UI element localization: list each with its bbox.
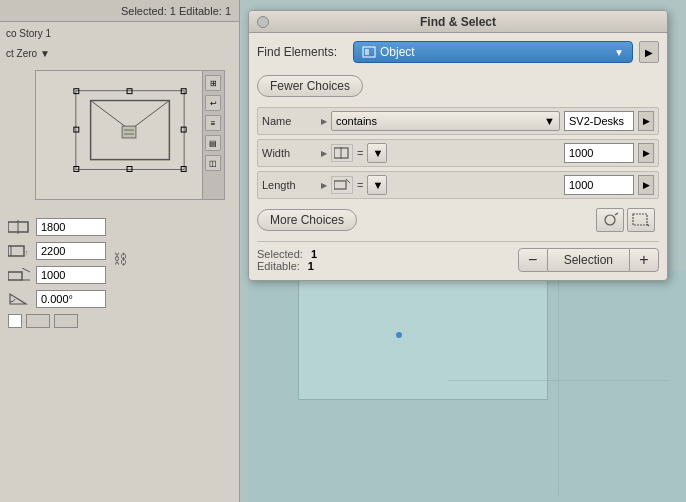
panel-header: Selected: 1 Editable: 1 [0,0,239,22]
canvas-rect [298,280,548,400]
find-next-button[interactable]: ▶ [639,41,659,63]
svg-rect-27 [334,181,346,189]
field-row-width [8,218,231,236]
toolbar-icon-4[interactable]: ▤ [205,135,221,151]
fields-section: ↑ ⛓ [0,210,239,336]
condition-dropdown-name[interactable]: contains ▼ [331,111,560,131]
fewer-choices-container: Fewer Choices [257,71,659,101]
grid-line-v [558,275,559,495]
toolbar-icon-3[interactable]: ≡ [205,115,221,131]
width-icon-btn[interactable] [331,144,353,162]
edit-icon [601,212,619,228]
tool-icon-buttons [596,208,655,232]
length-icon-btn[interactable] [331,176,353,194]
zero-label: ct Zero ▼ [6,48,50,59]
more-choices-button[interactable]: More Choices [257,209,357,231]
selected-label: Selected: [257,248,303,260]
eq-symbol-length: = [355,179,365,191]
criteria-nav-name[interactable]: ▶ [638,111,654,131]
editable-label: Editable: [257,260,300,272]
width-input[interactable] [36,218,106,236]
dialog-close-button[interactable] [257,16,269,28]
criteria-row-width: Width ▶ = ▼ ▶ [257,139,659,167]
angle-input[interactable] [36,290,106,308]
object-label: Object [380,45,415,59]
selection-minus-button[interactable]: − [518,248,548,272]
checkbox-1[interactable] [8,314,22,328]
find-elements-row: Find Elements: Object ▼ ▶ [257,41,659,63]
icon-btn-small-2[interactable] [54,314,78,328]
svg-line-21 [22,268,30,272]
dialog-titlebar: Find & Select [249,11,667,33]
selection-controls: − Selection + [317,248,659,272]
svg-line-2 [90,101,129,131]
fewer-choices-button[interactable]: Fewer Choices [257,75,363,97]
svg-rect-31 [633,214,647,225]
dropdown-arrow-icon: ▼ [614,47,624,58]
eq-dropdown-width[interactable]: ▼ [367,143,387,163]
field-row-depth: ↑ [8,242,106,260]
grid-line-h [448,380,668,381]
criteria-label-width: Width [262,147,317,159]
criteria-label-length: Length [262,179,317,191]
object-icon [362,46,376,58]
story-label: co Story 1 [6,28,51,39]
criteria-expand-name[interactable]: ▶ [321,117,327,126]
dialog-title: Find & Select [420,15,496,29]
condition-arrow-name: ▼ [544,115,555,127]
select-icon-button[interactable] [627,208,655,232]
criteria-expand-width[interactable]: ▶ [321,149,327,158]
selection-label: Selection [548,248,629,272]
dialog-body: Find Elements: Object ▼ ▶ Fewer Choices [249,33,667,280]
icon-btn-small-1[interactable] [26,314,50,328]
toolbar-icon-2[interactable]: ↩ [205,95,221,111]
eq-arrow-length: ▼ [372,179,383,191]
canvas-preview: ⊞ ↩ ≡ ▤ ◫ [35,70,225,200]
criteria-value-name[interactable] [564,111,634,131]
find-select-dialog: Find & Select Find Elements: Object ▼ ▶ … [248,10,668,281]
field-row-height [8,266,106,284]
width-field-icon [8,219,30,235]
selected-row: Selected: 1 [257,248,317,260]
editable-row: Editable: 1 [257,260,317,272]
height-field-icon [8,267,30,283]
depth-input[interactable] [36,242,106,260]
toolbar-icon-5[interactable]: ◫ [205,155,221,171]
svg-rect-17 [8,246,24,256]
more-choices-row: More Choices [257,205,659,235]
field-row-angle [8,290,231,308]
eq-symbol-width: = [355,147,365,159]
svg-text:↑: ↑ [25,249,29,256]
svg-rect-12 [122,126,136,138]
selection-plus-button[interactable]: + [629,248,659,272]
select-icon [632,212,650,228]
criteria-value-width[interactable] [564,143,634,163]
canvas-toolbar: ⊞ ↩ ≡ ▤ ◫ [202,71,224,199]
criteria-row-name: Name ▶ contains ▼ ▶ [257,107,659,135]
criteria-nav-length[interactable]: ▶ [638,175,654,195]
eq-dropdown-length[interactable]: ▼ [367,175,387,195]
criteria-nav-width[interactable]: ▶ [638,143,654,163]
link-icon[interactable]: ⛓ [112,242,128,276]
criteria-value-length[interactable] [564,175,634,195]
criteria-list: Name ▶ contains ▼ ▶ Width ▶ = [257,107,659,199]
edit-icon-button[interactable] [596,208,624,232]
bottom-icons [8,314,231,328]
toolbar-icon-1[interactable]: ⊞ [205,75,221,91]
svg-point-29 [605,215,615,225]
svg-line-30 [615,213,618,215]
criteria-row-length: Length ▶ = ▼ ▶ [257,171,659,199]
left-panel: Selected: 1 Editable: 1 co Story 1 ct Ze… [0,0,240,502]
canvas-dot [396,332,402,338]
depth-field-icon: ↑ [8,243,30,259]
object-dropdown[interactable]: Object ▼ [353,41,633,63]
eq-arrow-width: ▼ [372,147,383,159]
editable-value: 1 [308,260,314,272]
svg-line-28 [346,179,350,183]
svg-rect-20 [8,272,22,280]
svg-line-3 [130,101,169,131]
height-input[interactable] [36,266,106,284]
criteria-expand-length[interactable]: ▶ [321,181,327,190]
svg-rect-24 [365,49,369,55]
criteria-label-name: Name [262,115,317,127]
